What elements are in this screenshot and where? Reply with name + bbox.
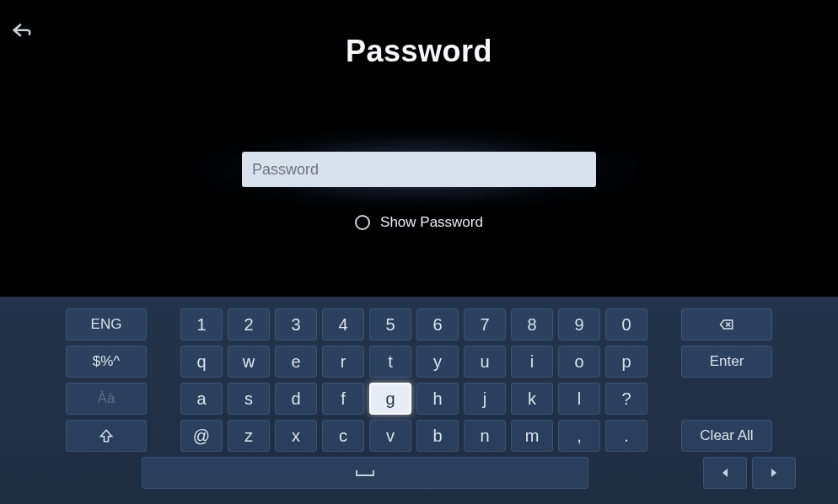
password-input-area: Show Password <box>242 152 596 231</box>
key-t[interactable]: t <box>369 346 411 378</box>
radio-unchecked-icon <box>355 215 370 230</box>
key-shift[interactable] <box>66 420 147 452</box>
key-k[interactable]: k <box>511 383 553 415</box>
key-b[interactable]: b <box>416 420 459 452</box>
arrow-left-icon <box>719 467 731 479</box>
key-4[interactable]: 4 <box>322 308 364 340</box>
key-m[interactable]: m <box>511 420 553 452</box>
key-space[interactable] <box>142 457 588 489</box>
password-input[interactable] <box>242 152 596 187</box>
key-u[interactable]: u <box>464 346 506 378</box>
key-z[interactable]: z <box>228 420 270 452</box>
shift-icon <box>98 427 115 444</box>
key-q[interactable]: q <box>180 346 223 378</box>
key-o[interactable]: o <box>558 346 600 378</box>
key-p[interactable]: p <box>605 346 647 378</box>
key-h[interactable]: h <box>416 383 459 415</box>
key-8[interactable]: 8 <box>511 308 553 340</box>
key-c[interactable]: c <box>322 420 364 452</box>
key-j[interactable]: j <box>464 383 506 415</box>
key-e[interactable]: e <box>275 346 317 378</box>
key-i[interactable]: i <box>511 346 553 378</box>
key-2[interactable]: 2 <box>228 308 270 340</box>
key-clear-all[interactable]: Clear All <box>681 420 772 452</box>
key-question[interactable]: ? <box>605 383 647 415</box>
key-at[interactable]: @ <box>180 420 223 452</box>
arrow-right-icon <box>768 467 780 479</box>
key-l[interactable]: l <box>558 383 600 415</box>
key-accents: Àà <box>66 383 147 415</box>
key-0[interactable]: 0 <box>605 308 647 340</box>
key-symbols[interactable]: $%^ <box>66 346 147 378</box>
key-arrow-right[interactable] <box>752 457 796 489</box>
key-comma[interactable]: , <box>558 420 600 452</box>
key-period[interactable]: . <box>605 420 647 452</box>
key-n[interactable]: n <box>464 420 506 452</box>
key-y[interactable]: y <box>416 346 459 378</box>
backspace-icon <box>718 316 735 333</box>
key-v[interactable]: v <box>369 420 411 452</box>
key-6[interactable]: 6 <box>416 308 459 340</box>
key-a[interactable]: a <box>180 383 223 415</box>
on-screen-keyboard: ENG 1 2 3 4 5 6 7 8 9 0 $%^ q w e r t y … <box>0 297 838 504</box>
key-f[interactable]: f <box>322 383 364 415</box>
key-5[interactable]: 5 <box>369 308 411 340</box>
key-arrow-left[interactable] <box>703 457 747 489</box>
show-password-toggle[interactable]: Show Password <box>355 214 483 231</box>
key-backspace[interactable] <box>681 308 772 340</box>
key-g[interactable]: g <box>369 383 411 415</box>
key-x[interactable]: x <box>275 420 317 452</box>
key-3[interactable]: 3 <box>275 308 317 340</box>
space-icon <box>353 467 377 479</box>
key-enter[interactable]: Enter <box>681 346 772 378</box>
show-password-label: Show Password <box>380 214 483 231</box>
key-1[interactable]: 1 <box>180 308 223 340</box>
back-button[interactable] <box>10 20 34 44</box>
key-w[interactable]: w <box>228 346 270 378</box>
key-9[interactable]: 9 <box>558 308 600 340</box>
key-7[interactable]: 7 <box>464 308 506 340</box>
key-s[interactable]: s <box>228 383 270 415</box>
key-r[interactable]: r <box>322 346 364 378</box>
key-d[interactable]: d <box>275 383 317 415</box>
page-title: Password <box>0 0 838 69</box>
key-lang-eng[interactable]: ENG <box>66 308 147 340</box>
back-arrow-icon <box>10 20 34 44</box>
